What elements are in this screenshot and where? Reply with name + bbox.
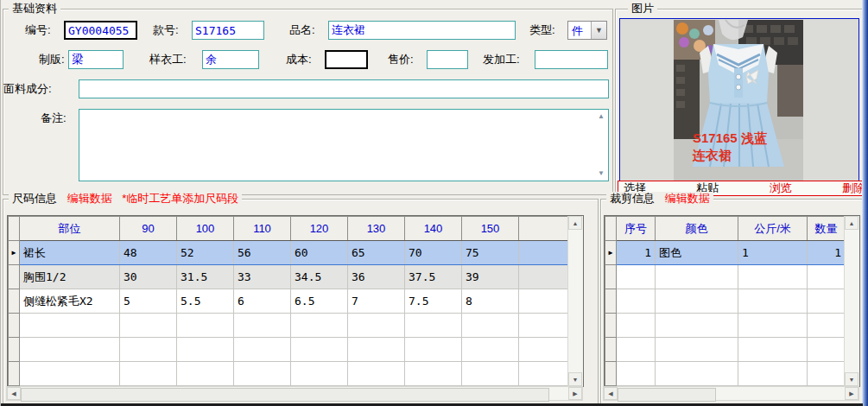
- col-header[interactable]: 公斤/米: [738, 217, 808, 241]
- size-hscroll-thumb[interactable]: [21, 388, 549, 402]
- chevron-down-icon[interactable]: ▼: [591, 22, 606, 39]
- cell-empty[interactable]: [291, 338, 348, 362]
- code-input[interactable]: [64, 21, 137, 40]
- scroll-up-icon[interactable]: ▲: [845, 216, 858, 230]
- scroll-right-icon[interactable]: ▶: [845, 387, 858, 400]
- scroll-up-icon[interactable]: ▲: [568, 216, 582, 230]
- cell-value[interactable]: 30: [120, 265, 177, 289]
- cell-empty[interactable]: [177, 362, 234, 386]
- type-select[interactable]: 件 ▼: [567, 21, 607, 40]
- cell-empty[interactable]: [738, 338, 808, 362]
- cutting-row-empty[interactable]: [605, 362, 846, 386]
- cell-empty[interactable]: [617, 314, 656, 338]
- cell-empty[interactable]: [120, 314, 177, 338]
- scroll-up-icon[interactable]: ▲: [595, 112, 607, 121]
- cutting-edit-data-link[interactable]: 编辑数据: [665, 192, 710, 205]
- size-table-vscrollbar[interactable]: ▲ ▼: [567, 216, 583, 386]
- cell-empty[interactable]: [808, 265, 846, 289]
- col-header[interactable]: 110: [234, 217, 291, 241]
- cell-empty[interactable]: [519, 289, 569, 314]
- cell-part[interactable]: 侧缝松紧毛X2: [20, 289, 120, 314]
- cell-empty[interactable]: [405, 362, 462, 386]
- col-header[interactable]: 颜色: [656, 217, 738, 241]
- cell-empty[interactable]: [617, 338, 656, 362]
- cell-value[interactable]: 70: [405, 241, 462, 265]
- cell-empty[interactable]: [234, 314, 291, 338]
- cell-value[interactable]: 48: [120, 241, 177, 265]
- cell-empty[interactable]: [617, 362, 656, 386]
- col-header[interactable]: 90: [120, 217, 177, 241]
- cutting-hscroll-thumb[interactable]: [618, 388, 716, 402]
- cell-empty[interactable]: [656, 289, 738, 314]
- size-row[interactable]: 胸围1/2 30 31.5 33 34.5 36 37.5 39: [9, 265, 569, 289]
- style-input[interactable]: [192, 21, 264, 40]
- price-input[interactable]: [427, 50, 468, 69]
- cell-part[interactable]: 胸围1/2: [20, 265, 120, 289]
- cell-empty[interactable]: [20, 362, 120, 386]
- scroll-left-icon[interactable]: ◀: [7, 387, 21, 400]
- cell-empty[interactable]: [120, 362, 177, 386]
- cell-value[interactable]: 56: [234, 241, 291, 265]
- col-header[interactable]: 130: [348, 217, 405, 241]
- cell-empty[interactable]: [738, 314, 808, 338]
- cell-empty[interactable]: [617, 265, 656, 289]
- cell-empty[interactable]: [177, 314, 234, 338]
- cell-empty[interactable]: [808, 338, 846, 362]
- size-edit-data-link[interactable]: 编辑数据: [67, 192, 112, 205]
- cell-empty[interactable]: [348, 362, 405, 386]
- cell-value[interactable]: 75: [462, 241, 519, 265]
- cell-value[interactable]: 65: [348, 241, 405, 265]
- size-row-empty[interactable]: [9, 338, 569, 362]
- cell-empty[interactable]: [519, 314, 569, 338]
- name-input[interactable]: [328, 21, 516, 40]
- scroll-right-icon[interactable]: ▶: [568, 387, 582, 400]
- cell-empty[interactable]: [120, 338, 177, 362]
- scroll-left-icon[interactable]: ◀: [604, 387, 618, 400]
- col-header[interactable]: 100: [177, 217, 234, 241]
- cell-empty[interactable]: [20, 338, 120, 362]
- cell-empty[interactable]: [808, 362, 846, 386]
- col-header[interactable]: 120: [291, 217, 348, 241]
- scroll-down-icon[interactable]: ▼: [568, 372, 582, 386]
- cell-empty[interactable]: [519, 265, 569, 289]
- cell-empty[interactable]: [405, 338, 462, 362]
- cell-value[interactable]: 31.5: [177, 265, 234, 289]
- cell-value[interactable]: 33: [234, 265, 291, 289]
- cell-empty[interactable]: [348, 338, 405, 362]
- cell-empty[interactable]: [519, 241, 569, 265]
- cell-empty[interactable]: [656, 362, 738, 386]
- size-row-empty[interactable]: [9, 314, 569, 338]
- cell-qty[interactable]: 1: [808, 241, 846, 265]
- cell-value[interactable]: 8: [462, 289, 519, 314]
- cell-value[interactable]: 37.5: [405, 265, 462, 289]
- col-header[interactable]: 部位: [20, 217, 120, 241]
- cell-value[interactable]: 60: [291, 241, 348, 265]
- cell-empty[interactable]: [738, 362, 808, 386]
- cell-color[interactable]: 图色: [656, 241, 738, 265]
- cell-empty[interactable]: [738, 289, 808, 314]
- cell-empty[interactable]: [234, 338, 291, 362]
- cell-value[interactable]: 5: [120, 289, 177, 314]
- cell-value[interactable]: 39: [462, 265, 519, 289]
- cell-empty[interactable]: [405, 314, 462, 338]
- scroll-down-icon[interactable]: ▼: [845, 372, 858, 386]
- outsource-input[interactable]: [535, 50, 608, 69]
- cell-kg[interactable]: 1: [738, 241, 808, 265]
- cell-empty[interactable]: [348, 314, 405, 338]
- cell-empty[interactable]: [738, 265, 808, 289]
- cell-value[interactable]: 36: [348, 265, 405, 289]
- cell-empty[interactable]: [291, 314, 348, 338]
- cell-value[interactable]: 6.5: [291, 289, 348, 314]
- scroll-down-icon[interactable]: ▼: [595, 169, 607, 178]
- cell-empty[interactable]: [519, 362, 569, 386]
- cell-empty[interactable]: [656, 314, 738, 338]
- sample-worker-input[interactable]: [202, 50, 259, 69]
- size-row-selected[interactable]: ▶ 裙长 48 52 56 60 65 70 75: [9, 241, 569, 265]
- cell-empty[interactable]: [177, 338, 234, 362]
- cell-value[interactable]: 52: [177, 241, 234, 265]
- cell-empty[interactable]: [519, 338, 569, 362]
- cell-value[interactable]: 34.5: [291, 265, 348, 289]
- cutting-table-vscrollbar[interactable]: ▲ ▼: [844, 216, 859, 386]
- cell-empty[interactable]: [291, 362, 348, 386]
- cell-empty[interactable]: [656, 265, 738, 289]
